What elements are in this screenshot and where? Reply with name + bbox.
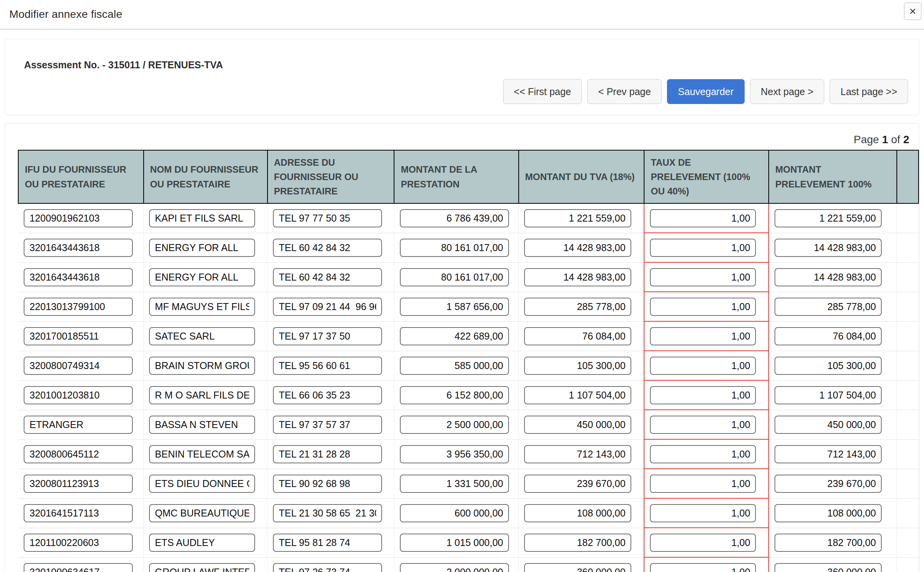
montant-prelevement-input[interactable]	[775, 445, 882, 463]
montant-tva-input[interactable]	[524, 504, 631, 522]
nom-input[interactable]	[149, 268, 255, 286]
montant-tva-input[interactable]	[524, 298, 631, 316]
save-button[interactable]: Sauvegarder	[667, 79, 744, 104]
nom-input[interactable]	[149, 445, 255, 463]
adresse-input[interactable]	[273, 445, 382, 463]
adresse-input[interactable]	[273, 563, 382, 572]
taux-prelevement-input[interactable]	[650, 209, 756, 227]
montant-prestation-input[interactable]	[400, 209, 509, 227]
taux-prelevement-input[interactable]	[650, 563, 756, 572]
montant-prelevement-input[interactable]	[775, 563, 882, 572]
montant-tva-input[interactable]	[524, 357, 631, 375]
first-page-button[interactable]: << First page	[503, 79, 582, 104]
montant-prelevement-input[interactable]	[775, 416, 882, 434]
adresse-input[interactable]	[273, 268, 382, 286]
prev-page-button[interactable]: < Prev page	[587, 79, 662, 104]
nom-input[interactable]	[149, 239, 255, 257]
taux-prelevement-input[interactable]	[650, 327, 756, 345]
montant-tva-input[interactable]	[524, 445, 631, 463]
nom-input[interactable]	[149, 416, 255, 434]
montant-prestation-input[interactable]	[400, 416, 509, 434]
ifu-input[interactable]	[24, 445, 133, 463]
nom-input[interactable]	[149, 209, 255, 227]
ifu-input[interactable]	[24, 357, 133, 375]
montant-tva-input[interactable]	[524, 386, 631, 404]
montant-prestation-input[interactable]	[400, 357, 509, 375]
table-row	[18, 528, 919, 557]
taux-prelevement-input[interactable]	[650, 386, 756, 404]
adresse-input[interactable]	[273, 386, 382, 404]
taux-prelevement-input[interactable]	[650, 534, 756, 552]
montant-prestation-input[interactable]	[400, 239, 509, 257]
taux-prelevement-input[interactable]	[650, 298, 756, 316]
nom-input[interactable]	[149, 504, 255, 522]
montant-tva-input[interactable]	[524, 475, 631, 493]
adresse-input[interactable]	[273, 209, 382, 227]
adresse-input[interactable]	[273, 327, 382, 345]
montant-prelevement-input[interactable]	[775, 534, 882, 552]
adresse-input[interactable]	[273, 357, 382, 375]
ifu-input[interactable]	[24, 386, 133, 404]
next-page-button[interactable]: Next page >	[750, 79, 825, 104]
ifu-input[interactable]	[24, 475, 133, 493]
montant-tva-input[interactable]	[524, 534, 631, 552]
ifu-input[interactable]	[24, 327, 133, 345]
taux-prelevement-input[interactable]	[650, 475, 756, 493]
adresse-input[interactable]	[273, 416, 382, 434]
ifu-input[interactable]	[24, 416, 133, 434]
adresse-input[interactable]	[273, 298, 382, 316]
close-icon[interactable]: ×	[904, 2, 922, 20]
montant-tva-input[interactable]	[524, 209, 631, 227]
montant-prestation-input[interactable]	[400, 445, 509, 463]
last-page-button[interactable]: Last page >>	[830, 79, 908, 104]
montant-prelevement-input[interactable]	[775, 268, 882, 286]
montant-prestation-input[interactable]	[400, 534, 509, 552]
nom-input[interactable]	[149, 298, 255, 316]
montant-prestation-input[interactable]	[400, 563, 509, 572]
montant-prestation-input[interactable]	[400, 386, 509, 404]
montant-prelevement-input[interactable]	[775, 475, 882, 493]
nom-input[interactable]	[149, 357, 255, 375]
ifu-input[interactable]	[24, 239, 133, 257]
montant-prestation-input[interactable]	[400, 475, 509, 493]
nom-input[interactable]	[149, 475, 255, 493]
montant-prelevement-input[interactable]	[775, 209, 882, 227]
ifu-input[interactable]	[24, 209, 133, 227]
taux-prelevement-input[interactable]	[650, 504, 756, 522]
taux-prelevement-input[interactable]	[650, 268, 756, 286]
overflow-cell	[897, 380, 919, 410]
montant-prestation-input[interactable]	[400, 298, 509, 316]
montant-prelevement-input[interactable]	[775, 239, 882, 257]
montant-tva-input[interactable]	[524, 239, 631, 257]
ifu-input[interactable]	[24, 298, 133, 316]
taux-prelevement-input[interactable]	[650, 416, 756, 434]
nom-input[interactable]	[149, 386, 255, 404]
adresse-input[interactable]	[273, 504, 382, 522]
montant-tva-input[interactable]	[524, 268, 631, 286]
montant-tva-input[interactable]	[524, 563, 631, 572]
taux-prelevement-input[interactable]	[650, 239, 756, 257]
montant-prelevement-input[interactable]	[775, 298, 882, 316]
ifu-input[interactable]	[24, 563, 133, 572]
nom-input[interactable]	[149, 563, 255, 572]
taux-prelevement-input[interactable]	[650, 357, 756, 375]
adresse-input[interactable]	[273, 475, 382, 493]
nom-input[interactable]	[149, 534, 255, 552]
ifu-input[interactable]	[24, 534, 133, 552]
nom-input[interactable]	[149, 327, 255, 345]
montant-tva-input[interactable]	[524, 416, 631, 434]
taux-prelevement-input[interactable]	[650, 445, 756, 463]
adresse-input[interactable]	[273, 239, 382, 257]
montant-prelevement-input[interactable]	[775, 386, 882, 404]
montant-prelevement-input[interactable]	[775, 357, 882, 375]
ifu-input[interactable]	[24, 504, 133, 522]
montant-tva-input[interactable]	[524, 327, 631, 345]
montant-prelevement-input[interactable]	[775, 327, 882, 345]
montant-prestation-input[interactable]	[400, 504, 509, 522]
ifu-input[interactable]	[24, 268, 133, 286]
montant-prelevement-input[interactable]	[775, 504, 882, 522]
page-total: 2	[903, 133, 909, 146]
montant-prestation-input[interactable]	[400, 327, 509, 345]
adresse-input[interactable]	[273, 534, 382, 552]
montant-prestation-input[interactable]	[400, 268, 509, 286]
